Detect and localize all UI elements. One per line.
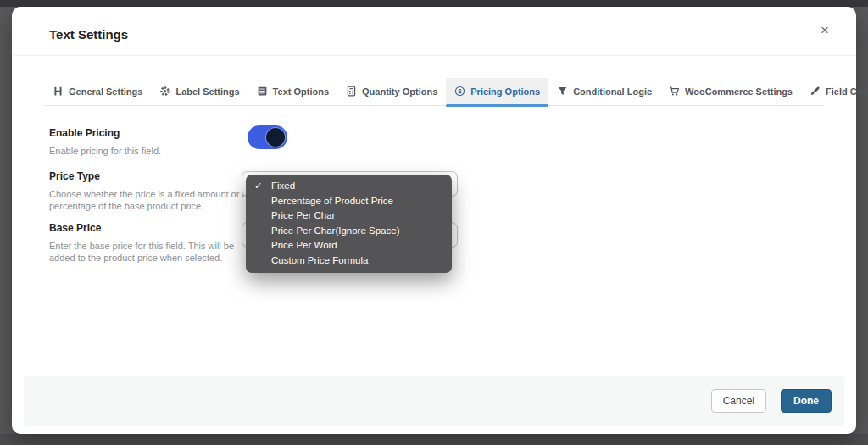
tab-label: General Settings [69, 86, 142, 97]
tab-label: Pricing Options [470, 86, 540, 97]
tab-label: Conditional Logic [573, 86, 652, 97]
dropdown-option-price-per-char[interactable]: Price Per Char [246, 209, 452, 224]
base-price-label: Base Price [49, 222, 101, 234]
enable-pricing-description: Enable pricing for this field. [49, 145, 251, 157]
gear-icon [159, 86, 170, 97]
tab-label-settings[interactable]: Label Settings [151, 78, 248, 105]
enable-pricing-label: Enable Pricing [49, 127, 120, 139]
price-type-description: Choose whether the price is a fixed amou… [49, 188, 251, 212]
calculator-icon [346, 86, 357, 97]
dollar-circle-icon: $ [454, 86, 465, 97]
modal-header: Text Settings × [12, 7, 856, 56]
modal-title: Text Settings [49, 27, 128, 42]
tab-label: Quantity Options [362, 86, 437, 97]
dropdown-option-fixed[interactable]: ✓ Fixed [246, 179, 452, 194]
tab-field-container-settings[interactable]: Field Container Settings [801, 78, 868, 105]
done-button[interactable]: Done [781, 389, 832, 413]
settings-tab-bar: General Settings Label Settings Text Opt… [44, 78, 824, 106]
checkmark-icon: ✓ [254, 181, 262, 192]
filter-icon [557, 86, 568, 97]
dropdown-option-percentage-of-product-price[interactable]: Percentage of Product Price [246, 194, 452, 209]
tab-pricing-options[interactable]: $ Pricing Options [446, 78, 548, 105]
tab-conditional-logic[interactable]: Conditional Logic [548, 78, 660, 105]
text-lines-icon [257, 86, 268, 97]
tab-label: Label Settings [175, 86, 239, 97]
cart-icon [669, 86, 680, 97]
dropdown-option-price-per-char-ignore-space[interactable]: Price Per Char(Ignore Space) [246, 224, 452, 239]
dropdown-option-custom-price-formula[interactable]: Custom Price Formula [246, 253, 452, 269]
tab-woocommerce-settings[interactable]: WooCommerce Settings [660, 78, 801, 105]
price-type-dropdown-menu: ✓ Fixed Percentage of Product Price Pric… [246, 175, 452, 273]
toggle-knob [266, 128, 285, 147]
screen-top-edge [0, 0, 868, 7]
heading-icon [53, 86, 64, 97]
screen-bottom-edge [0, 434, 868, 445]
tab-label: Field Container Settings [826, 86, 868, 97]
modal-footer: Cancel Done [24, 376, 844, 426]
enable-pricing-toggle[interactable] [248, 125, 287, 149]
tab-text-options[interactable]: Text Options [248, 78, 337, 105]
price-type-label: Price Type [49, 170, 100, 182]
close-icon[interactable]: × [815, 21, 834, 40]
tab-general-settings[interactable]: General Settings [44, 78, 151, 105]
brush-icon [810, 86, 821, 97]
base-price-description: Enter the base price for this field. Thi… [49, 240, 251, 264]
svg-text:$: $ [459, 87, 462, 95]
cancel-button[interactable]: Cancel [711, 389, 766, 413]
tab-label: Text Options [273, 86, 329, 97]
tab-quantity-options[interactable]: Quantity Options [337, 78, 446, 105]
tab-label: WooCommerce Settings [685, 86, 793, 97]
text-settings-modal: Text Settings × General Settings Label S… [12, 7, 856, 434]
dropdown-option-price-per-word[interactable]: Price Per Word [246, 238, 452, 253]
